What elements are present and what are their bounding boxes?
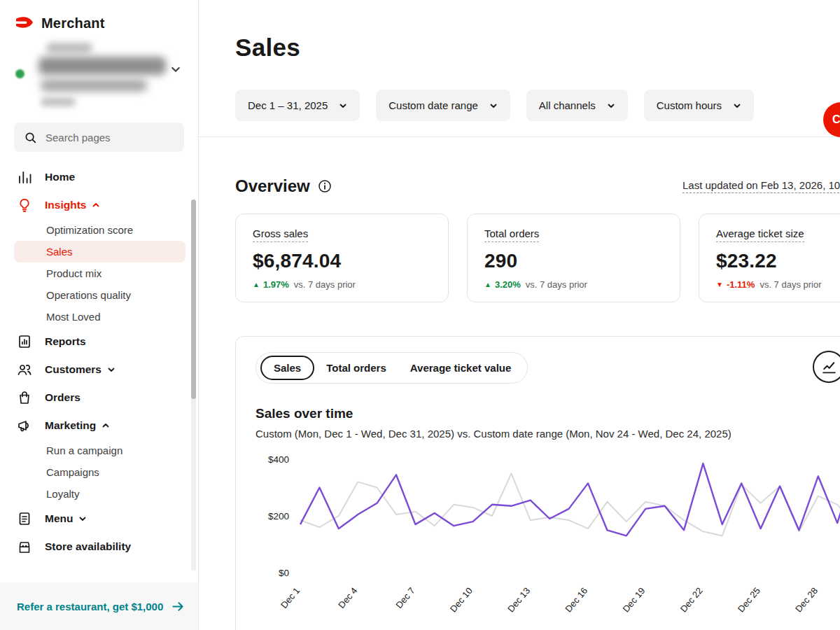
sidebar: Merchant Search pages HomeInsightsOptimi… [0,0,199,630]
svg-text:Dec 1: Dec 1 [279,585,302,610]
store-info-redacted [46,43,92,53]
svg-text:Dec 25: Dec 25 [736,585,762,614]
sidebar-item-label: Menu [45,512,73,525]
line-chart-icon [821,359,837,375]
filter-label: Custom hours [657,99,722,111]
chevron-down-icon [733,102,741,110]
search-input[interactable]: Search pages [14,122,184,152]
store-name-redacted [38,57,166,75]
trend-up-icon: ▲ [253,281,260,288]
filter-bar: Dec 1 – 31, 2025Custom date rangeAll cha… [235,90,840,121]
chevron-down-icon[interactable] [170,64,181,78]
chart-subtitle: Custom (Mon, Dec 1 - Wed, Dec 31, 2025) … [255,428,840,440]
metric-label: Total orders [484,227,539,242]
sidebar-item-label: Customers [45,363,102,376]
info-icon[interactable] [318,179,332,193]
chevron-up-icon [102,421,110,430]
sidebar-item-label: Home [45,171,75,183]
sidebar-item-reports[interactable]: Reports [0,328,198,356]
sidebar-item-loyalty[interactable]: Loyalty [0,483,198,505]
sidebar-item-run-a-campaign[interactable]: Run a campaign [0,440,198,461]
svg-text:Dec 28: Dec 28 [793,585,820,614]
doordash-logo-icon [15,16,34,31]
store-address-redacted [41,79,147,92]
bag-icon [17,390,32,405]
storefront-icon [17,539,32,554]
sidebar-item-label: Sales [46,246,73,258]
overview-title: Overview [235,176,310,196]
trend-delta: -1.11% [727,279,755,290]
home-icon [17,169,32,185]
store-selector[interactable] [0,41,198,120]
svg-text:Dec 10: Dec 10 [448,585,475,614]
referral-text: Refer a restaurant, get $1,000 [17,601,163,612]
chart-card: SalesTotal ordersAverage ticket value Sa… [235,336,840,630]
chevron-up-icon [92,201,100,209]
chart-tab-total-orders[interactable]: Total orders [314,356,398,380]
chart-options-button[interactable] [813,351,840,383]
trend-compare: vs. 7 days prior [294,279,356,290]
chevron-down-icon [339,102,347,110]
sidebar-item-orders[interactable]: Orders [0,384,198,412]
store-status-dot [15,69,24,78]
page-title: Sales [235,34,840,62]
sidebar-item-label: Loyalty [46,488,80,500]
svg-text:Dec 19: Dec 19 [621,585,648,614]
trend-down-icon: ▼ [716,281,723,288]
sidebar-item-campaigns[interactable]: Campaigns [0,461,198,483]
filter-label: Dec 1 – 31, 2025 [248,99,328,111]
metric-value: $6,874.04 [253,250,431,272]
sidebar-item-label: Store availability [45,540,131,553]
svg-text:$400: $400 [268,454,289,465]
sidebar-item-label: Reports [45,335,86,348]
svg-text:Dec 7: Dec 7 [393,585,416,610]
sidebar-scrollbar-thumb[interactable] [191,200,196,399]
trend-up-icon: ▲ [484,281,491,288]
search-placeholder: Search pages [46,132,111,144]
sidebar-item-customers[interactable]: Customers [0,356,198,384]
filter-custom-hours[interactable]: Custom hours [644,90,754,121]
sidebar-item-home[interactable]: Home [0,163,198,191]
series-custom-mon-dec-1-wed-dec-31-2025 [300,462,840,536]
brand-logo-row[interactable]: Merchant [0,0,198,31]
chart-tab-average-ticket-value[interactable]: Average ticket value [398,356,524,380]
filter-label: All channels [539,99,596,111]
main-content: Sales Dec 1 – 31, 2025Custom date rangeA… [199,0,840,630]
svg-text:$200: $200 [268,511,289,522]
filter-label: Custom date range [388,99,478,111]
sidebar-item-operations-quality[interactable]: Operations quality [0,284,198,306]
document-icon [17,511,32,526]
svg-text:$0: $0 [279,568,289,578]
metric-card-total-orders: Total orders290▲3.20%vs. 7 days prior [467,214,680,302]
sidebar-item-store-availability[interactable]: Store availability [0,533,198,561]
sidebar-item-insights[interactable]: Insights [0,191,198,219]
trend-delta: 3.20% [495,279,521,290]
svg-text:Dec 16: Dec 16 [563,585,589,614]
filter-custom-date-range[interactable]: Custom date range [376,90,510,121]
filter-dec-1-31-2025[interactable]: Dec 1 – 31, 2025 [235,90,360,121]
sidebar-item-menu[interactable]: Menu [0,505,198,533]
arrow-right-icon [172,600,185,613]
sidebar-item-sales[interactable]: Sales [14,241,186,262]
filter-all-channels[interactable]: All channels [526,90,628,121]
last-updated-text: Last updated on Feb 13, 2026, 10: [682,179,840,193]
sidebar-nav: HomeInsightsOptimization scoreSalesProdu… [0,163,198,561]
sidebar-item-most-loved[interactable]: Most Loved [0,306,198,328]
sidebar-item-marketing[interactable]: Marketing [0,412,198,440]
chevron-down-icon [107,365,115,374]
metric-value: 290 [484,250,663,272]
metric-cards: Gross sales$6,874.04▲1.97%vs. 7 days pri… [235,214,840,302]
sidebar-item-product-mix[interactable]: Product mix [0,262,198,284]
chart-tab-sales[interactable]: Sales [260,356,314,380]
metric-label: Gross sales [253,227,308,242]
sidebar-item-label: Operations quality [46,289,131,301]
referral-link[interactable]: Refer a restaurant, get $1,000 [0,582,198,630]
brand-name: Merchant [41,15,105,31]
store-label-redacted [41,97,76,106]
sidebar-item-optimization-score[interactable]: Optimization score [0,219,198,241]
chevron-down-icon [607,102,615,110]
megaphone-icon [17,418,32,433]
metric-card-gross-sales: Gross sales$6,874.04▲1.97%vs. 7 days pri… [235,214,449,302]
chevron-down-icon [78,514,87,523]
sidebar-item-label: Campaigns [46,466,99,478]
